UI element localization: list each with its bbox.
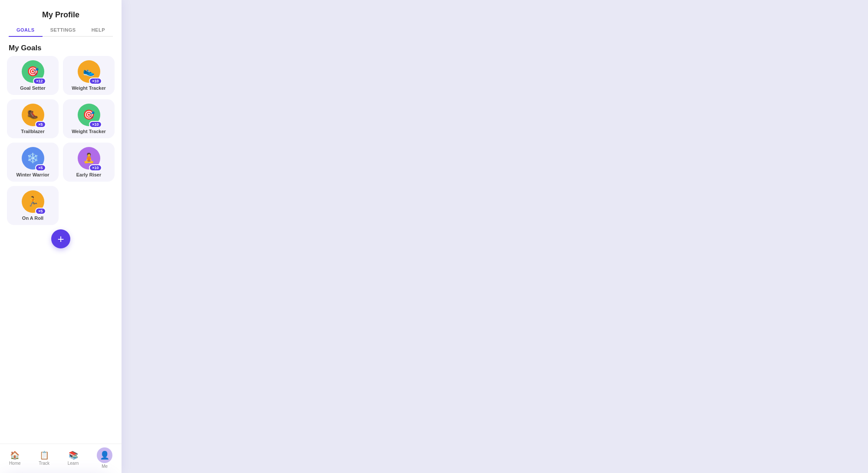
- goal-item[interactable]: 🧘 ×10 Early Riser: [63, 143, 115, 182]
- track-icon: 📋: [39, 450, 49, 460]
- goals-section-title: My Goals: [0, 37, 122, 56]
- goal-item[interactable]: 🎯 ×10 Weight Tracker: [63, 99, 115, 138]
- nav-learn-label: Learn: [68, 461, 79, 466]
- goal-badge: ×10: [89, 121, 102, 128]
- goal-icon: 🏃 ×5: [22, 190, 44, 213]
- goal-badge: ×10: [89, 164, 102, 171]
- add-goal-button[interactable]: +: [51, 229, 70, 248]
- nav-learn[interactable]: 📚 Learn: [68, 450, 79, 466]
- goal-icon: 🧘 ×10: [78, 147, 100, 170]
- nav-track-label: Track: [39, 461, 49, 466]
- profile-tabs: GOALS SETTINGS HELP: [9, 24, 113, 37]
- home-icon: 🏠: [10, 450, 20, 460]
- goal-label: Trailblazer: [21, 129, 44, 134]
- bottom-nav: 🏠 Home 📋 Track 📚 Learn 👤 Me: [0, 444, 122, 473]
- nav-track[interactable]: 📋 Track: [39, 450, 49, 466]
- profile-title: My Profile: [9, 10, 113, 20]
- goal-badge: ×5: [35, 121, 46, 128]
- goal-label: Goal Setter: [20, 85, 46, 91]
- profile-header: My Profile GOALS SETTINGS HELP: [0, 0, 122, 37]
- goal-badge: ×12: [33, 78, 46, 85]
- goal-badge: ×10: [89, 78, 102, 85]
- nav-me[interactable]: 👤 Me: [97, 447, 112, 469]
- learn-icon: 📚: [69, 450, 78, 460]
- goal-item[interactable]: 🏃 ×5 On A Roll: [7, 186, 59, 225]
- goal-item[interactable]: 👟 ×10 Weight Tracker: [63, 56, 115, 95]
- tab-goals[interactable]: GOALS: [9, 24, 43, 37]
- tab-settings[interactable]: SETTINGS: [43, 24, 84, 37]
- goal-label: On A Roll: [22, 215, 43, 221]
- goal-badge: ×5: [35, 208, 46, 215]
- goal-item[interactable]: 🥾 ×5 Trailblazer: [7, 99, 59, 138]
- goal-item[interactable]: ❄️ ×5 Winter Warrior: [7, 143, 59, 182]
- nav-me-label: Me: [102, 464, 108, 469]
- goal-label: Weight Tracker: [72, 129, 106, 134]
- avatar: 👤: [97, 447, 112, 463]
- goal-icon: ❄️ ×5: [22, 147, 44, 170]
- goal-label: Winter Warrior: [16, 172, 49, 177]
- tab-help[interactable]: HELP: [84, 24, 113, 37]
- goals-grid: 🎯 ×12 Goal Setter 👟 ×10 Weight Tracker 🥾…: [0, 56, 122, 225]
- goal-label: Weight Tracker: [72, 85, 106, 91]
- panel-goals: My Profile GOALS SETTINGS HELP My Goals …: [0, 0, 122, 473]
- goal-label: Early Riser: [76, 172, 101, 177]
- goal-icon: 🎯 ×10: [78, 104, 100, 126]
- goal-item[interactable]: 🎯 ×12 Goal Setter: [7, 56, 59, 95]
- nav-home[interactable]: 🏠 Home: [9, 450, 21, 466]
- nav-home-label: Home: [9, 461, 21, 466]
- goal-icon: 👟 ×10: [78, 60, 100, 83]
- goal-icon: 🎯 ×12: [22, 60, 44, 83]
- goal-icon: 🥾 ×5: [22, 104, 44, 126]
- goal-badge: ×5: [35, 164, 46, 171]
